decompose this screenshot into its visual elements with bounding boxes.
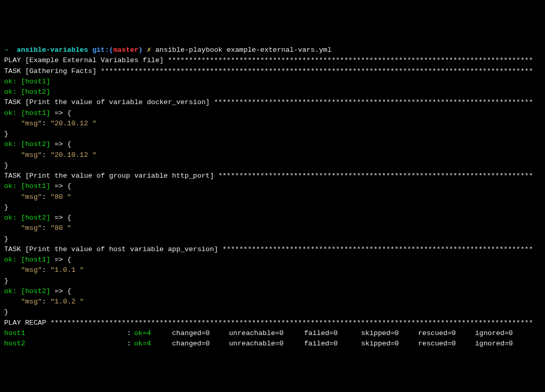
task-result: ok: [host2] [4,87,541,97]
recap-rescued: rescued=0 [418,328,475,339]
result-status: ok [4,214,12,222]
task-header: TASK [Print the value of group variable … [4,171,541,181]
task-header: TASK [Gathering Facts] *****************… [4,66,541,77]
task-result: ok: [host1] => { [4,255,541,265]
recap-ok: ok=4 [134,339,172,349]
close-brace: } [4,277,8,285]
result-status: ok [4,78,12,85]
msg-key: "msg" [21,298,42,306]
task-header: TASK [Print the value of variable docker… [4,97,541,108]
recap-host: host1 [4,328,127,339]
task-close: } [4,234,541,244]
recap-failed: failed=0 [304,339,361,349]
recap-unreachable: unreachable=0 [229,328,304,339]
msg-value: "80 " [50,224,71,232]
result-host: [host1] [21,109,50,117]
task-msg: "msg": "80 " [4,223,541,234]
result-status: ok [4,287,12,295]
recap-ignored: ignored=0 [475,339,524,349]
git-dirty-icon: ✗ [147,46,151,54]
result-host: [host1] [21,78,50,85]
result-arrow: => { [50,287,71,295]
result-status: ok [4,182,12,190]
header-fill: ****************************************… [214,98,533,106]
task-result: ok: [host2] => { [4,286,541,297]
task-close: } [4,129,541,139]
msg-key: "msg" [21,193,42,201]
result-host: [host1] [21,182,50,190]
result-status: ok [4,109,12,117]
msg-key: "msg" [21,151,42,159]
result-status: ok [4,140,12,148]
recap-rescued: rescued=0 [418,339,475,349]
play-header: PLAY [Example External Variables file] *… [4,55,541,66]
recap-ok: ok=4 [134,328,172,339]
play-header-text: PLAY [Example External Variables file] [4,56,168,64]
task-header-text: TASK [Gathering Facts] [4,67,101,75]
msg-value: "20.10.12 " [50,120,96,127]
recap-row: host2: ok=4changed=0unreachable=0failed=… [4,339,541,349]
header-fill: ****************************************… [50,319,533,327]
close-brace: } [4,204,8,211]
task-result: ok: [host1] => { [4,108,541,119]
prompt-dir: ansible-variables [17,46,88,54]
prompt-arrow-icon: → [4,46,8,54]
result-host: [host2] [21,287,50,295]
result-arrow: => { [50,214,71,222]
result-host: [host1] [21,256,50,264]
close-brace: } [4,162,8,169]
result-host: [host2] [21,88,50,96]
msg-key: "msg" [21,266,42,274]
task-msg: "msg": "1.0.2 " [4,297,541,307]
command-text[interactable]: ansible-playbook example-external-vars.y… [155,46,332,54]
recap-ignored: ignored=0 [475,328,524,339]
recap-header: PLAY RECAP *****************************… [4,318,541,328]
result-host: [host2] [21,214,50,222]
task-result: ok: [host1] => { [4,181,541,192]
msg-value: "80 " [50,193,71,201]
task-result: ok: [host2] => { [4,213,541,223]
header-fill: ****************************************… [101,67,533,75]
result-status: ok [4,88,12,96]
result-status: ok [4,256,12,264]
msg-value: "1.0.1 " [50,266,84,274]
result-arrow: => { [50,140,71,148]
task-close: } [4,202,541,213]
msg-key: "msg" [21,120,42,127]
recap-unreachable: unreachable=0 [229,339,304,349]
result-arrow: => { [50,109,71,117]
terminal-output: → ansible-variables git:(master) ✗ ansib… [4,45,541,349]
header-fill: ****************************************… [168,56,533,64]
task-header-text: TASK [Print the value of variable docker… [4,98,214,106]
task-msg: "msg": "20.10.12 " [4,150,541,161]
msg-key: "msg" [21,224,42,232]
close-brace: } [4,308,8,316]
recap-host: host2 [4,339,127,349]
prompt-line: → ansible-variables git:(master) ✗ ansib… [4,45,541,55]
task-result: ok: [host2] => { [4,139,541,150]
recap-changed: changed=0 [172,328,229,339]
recap-skipped: skipped=0 [361,339,418,349]
msg-value: "1.0.2 " [50,298,84,306]
recap-label: PLAY RECAP [4,319,50,327]
task-msg: "msg": "1.0.1 " [4,265,541,275]
close-brace: } [4,235,8,243]
task-msg: "msg": "80 " [4,192,541,202]
result-arrow: => { [50,256,71,264]
header-fill: ****************************************… [222,245,533,253]
recap-row: host1: ok=4changed=0unreachable=0failed=… [4,328,541,339]
task-result: ok: [host1] [4,77,541,87]
git-label: git:( [92,46,113,54]
result-arrow: => { [50,182,71,190]
task-close: } [4,307,541,317]
recap-failed: failed=0 [304,328,361,339]
task-msg: "msg": "20.10.12 " [4,119,541,129]
close-brace: } [4,130,8,138]
task-header-text: TASK [Print the value of group variable … [4,172,218,180]
git-branch: master [113,46,139,54]
task-close: } [4,161,541,171]
recap-changed: changed=0 [172,339,229,349]
task-close: } [4,276,541,286]
recap-skipped: skipped=0 [361,328,418,339]
task-header-text: TASK [Print the value of host variable a… [4,245,222,253]
